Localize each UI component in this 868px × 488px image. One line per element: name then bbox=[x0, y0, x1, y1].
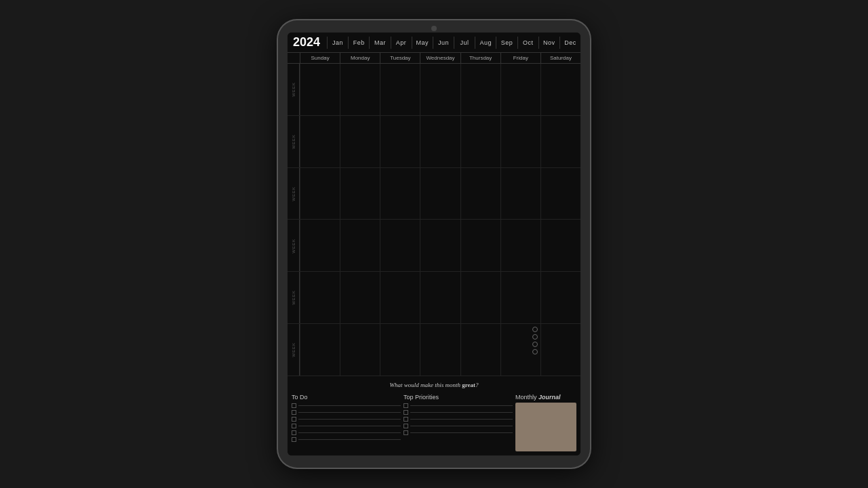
circle-dot-1[interactable] bbox=[532, 334, 538, 340]
calendar-cell-w1d5[interactable] bbox=[500, 116, 540, 167]
calendar-cell-w5d1[interactable] bbox=[340, 324, 380, 375]
todo-checkbox-2[interactable] bbox=[292, 417, 296, 422]
priority-checkbox-2[interactable] bbox=[403, 417, 408, 422]
month-item-sep[interactable]: Sep bbox=[496, 37, 517, 49]
calendar-cell-w1d0[interactable] bbox=[300, 116, 340, 167]
calendar-cell-w1d4[interactable] bbox=[460, 116, 500, 167]
week-label-text-1: WEEK bbox=[292, 134, 296, 149]
todo-checkbox-0[interactable] bbox=[292, 403, 296, 408]
calendar-cell-w4d4[interactable] bbox=[460, 272, 500, 323]
todo-checkbox-3[interactable] bbox=[292, 424, 296, 428]
calendar-cell-w1d1[interactable] bbox=[340, 116, 380, 167]
circle-dot-3[interactable] bbox=[532, 349, 538, 354]
priority-line-3 bbox=[410, 426, 513, 426]
priority-item-1 bbox=[403, 410, 513, 415]
calendar-cell-w0d5[interactable] bbox=[500, 64, 540, 115]
month-item-oct[interactable]: Oct bbox=[517, 37, 538, 49]
calendar-cell-w5d0[interactable] bbox=[300, 324, 340, 375]
calendar-cell-w2d5[interactable] bbox=[500, 168, 540, 220]
calendar-week-row-3: WEEK bbox=[288, 220, 580, 272]
calendar-cell-w1d2[interactable] bbox=[380, 116, 420, 167]
calendar-cell-w2d6[interactable] bbox=[540, 168, 580, 220]
day-header-tuesday: Tuesday bbox=[380, 53, 420, 63]
motivational-text: What would make this month great? bbox=[292, 379, 576, 391]
priority-item-2 bbox=[403, 417, 513, 422]
calendar-cell-w5d4[interactable] bbox=[460, 324, 500, 375]
calendar-cell-w3d0[interactable] bbox=[300, 220, 340, 271]
top-priorities-section: Top Priorities bbox=[403, 394, 513, 451]
month-item-feb[interactable]: Feb bbox=[348, 37, 369, 49]
priority-checkbox-0[interactable] bbox=[403, 403, 408, 408]
calendar-cell-w2d2[interactable] bbox=[380, 168, 420, 220]
calendar-cell-w0d4[interactable] bbox=[460, 64, 500, 115]
priority-checkbox-1[interactable] bbox=[403, 410, 408, 415]
calendar-cell-w0d1[interactable] bbox=[340, 64, 380, 115]
month-item-apr[interactable]: Apr bbox=[391, 37, 412, 49]
month-item-jun[interactable]: Jun bbox=[433, 37, 454, 49]
month-item-mar[interactable]: Mar bbox=[369, 37, 390, 49]
calendar-cell-w2d4[interactable] bbox=[460, 168, 500, 220]
week-label-1: WEEK bbox=[288, 116, 300, 167]
calendar-cell-w4d5[interactable] bbox=[500, 272, 540, 323]
priority-checkbox-4[interactable] bbox=[403, 430, 408, 435]
calendar-cell-w3d4[interactable] bbox=[460, 220, 500, 271]
todo-item-3 bbox=[292, 424, 401, 428]
todo-checkbox-5[interactable] bbox=[292, 437, 296, 442]
priority-line-0 bbox=[410, 405, 513, 406]
calendar-cell-w5d6[interactable] bbox=[540, 324, 580, 375]
month-item-nov[interactable]: Nov bbox=[538, 37, 559, 49]
calendar-cell-w4d0[interactable] bbox=[300, 272, 340, 323]
top-priorities-title: Top Priorities bbox=[403, 394, 513, 401]
month-item-jul[interactable]: Jul bbox=[454, 37, 475, 49]
calendar-week-row-2: WEEK bbox=[288, 168, 580, 220]
calendar-cell-w0d0[interactable] bbox=[300, 64, 340, 115]
calendar-cell-w3d6[interactable] bbox=[540, 220, 580, 271]
calendar-cell-w4d2[interactable] bbox=[380, 272, 420, 323]
calendar-cell-w2d1[interactable] bbox=[340, 168, 380, 220]
calendar-week-row-5: WEEK bbox=[288, 324, 580, 376]
day-header-spacer bbox=[288, 53, 300, 63]
todo-line-5 bbox=[298, 439, 401, 440]
month-item-jan[interactable]: Jan bbox=[327, 37, 348, 49]
calendar-cell-w3d3[interactable] bbox=[420, 220, 460, 271]
todo-checkbox-1[interactable] bbox=[292, 410, 296, 415]
calendar-cell-w0d6[interactable] bbox=[540, 64, 580, 115]
circle-dot-2[interactable] bbox=[532, 342, 538, 347]
week-label-5: WEEK bbox=[288, 324, 300, 375]
month-item-aug[interactable]: Aug bbox=[475, 37, 496, 49]
calendar-cell-w2d0[interactable] bbox=[300, 168, 340, 220]
circle-dot-0[interactable] bbox=[532, 327, 538, 332]
month-item-dec[interactable]: Dec bbox=[559, 37, 580, 49]
day-header-saturday: Saturday bbox=[540, 53, 580, 63]
todo-item-2 bbox=[292, 417, 401, 422]
todo-title: To Do bbox=[292, 394, 401, 401]
todo-checkbox-4[interactable] bbox=[292, 430, 296, 435]
todo-line-0 bbox=[298, 405, 401, 406]
priority-line-4 bbox=[410, 432, 513, 433]
week-label-text-3: WEEK bbox=[292, 239, 296, 253]
calendar-week-row-4: WEEK bbox=[288, 272, 580, 324]
calendar-cell-w5d2[interactable] bbox=[380, 324, 420, 375]
calendar-grid: WEEKWEEKWEEKWEEKWEEKWEEK bbox=[288, 64, 580, 376]
calendar-cell-w3d1[interactable] bbox=[340, 220, 380, 271]
priority-checkbox-3[interactable] bbox=[403, 424, 408, 428]
month-item-may[interactable]: May bbox=[412, 37, 433, 49]
calendar-cell-w2d3[interactable] bbox=[420, 168, 460, 220]
todo-item-5 bbox=[292, 437, 401, 442]
calendar-cell-w5d5[interactable] bbox=[500, 324, 540, 375]
calendar-cell-w4d1[interactable] bbox=[340, 272, 380, 323]
calendar-cell-w1d6[interactable] bbox=[540, 116, 580, 167]
calendar-cell-w1d3[interactable] bbox=[420, 116, 460, 167]
tablet-frame: 2024 JanFebMarAprMayJunJulAugSepOctNovDe… bbox=[278, 20, 590, 468]
calendar-cell-w0d2[interactable] bbox=[380, 64, 420, 115]
calendar-cell-w0d3[interactable] bbox=[420, 64, 460, 115]
todo-item-1 bbox=[292, 410, 401, 415]
calendar-cell-w5d3[interactable] bbox=[420, 324, 460, 375]
calendar-cell-w4d3[interactable] bbox=[420, 272, 460, 323]
day-headers: SundayMondayTuesdayWednesdayThursdayFrid… bbox=[288, 53, 580, 64]
day-header-thursday: Thursday bbox=[460, 53, 500, 63]
calendar-cell-w4d6[interactable] bbox=[540, 272, 580, 323]
calendar-cell-w3d5[interactable] bbox=[500, 220, 540, 271]
todo-line-4 bbox=[298, 432, 401, 433]
calendar-cell-w3d2[interactable] bbox=[380, 220, 420, 271]
